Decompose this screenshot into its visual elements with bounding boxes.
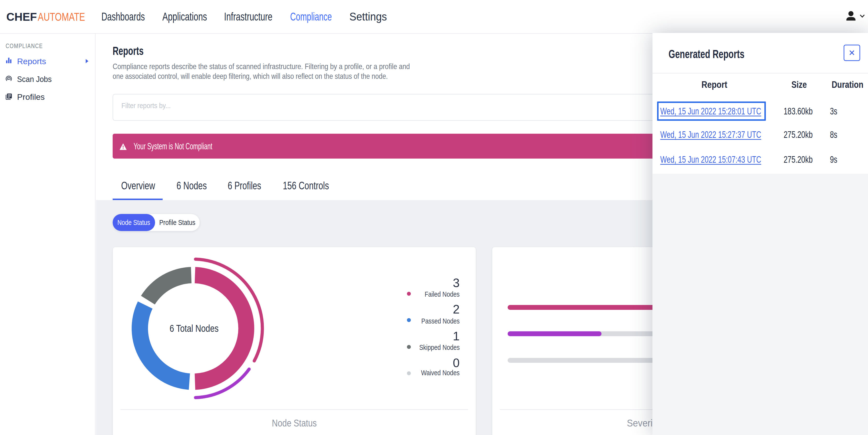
svg-text:6 Total Nodes: 6 Total Nodes [170,323,219,334]
